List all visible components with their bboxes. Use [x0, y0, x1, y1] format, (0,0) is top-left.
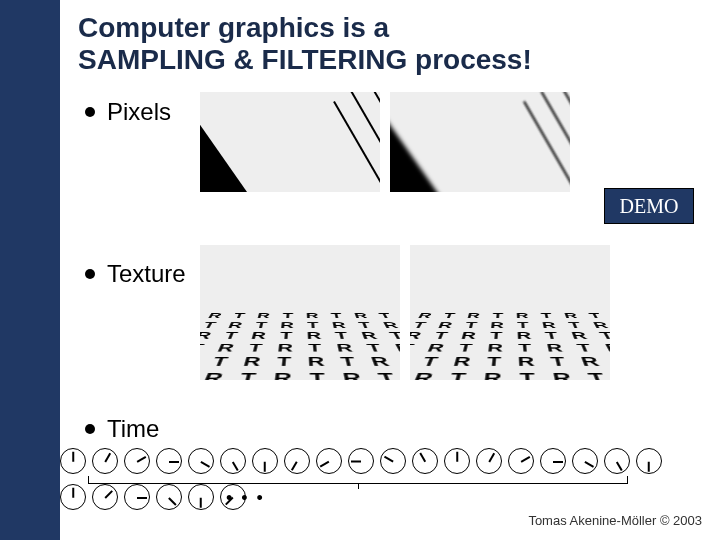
clock-icon [412, 448, 438, 474]
texture-image-filtered: RTRTRTRTTRTRTRTRRTRTRTRTTRTRTRTRRTRTRTRT… [410, 245, 610, 380]
bullet-dot-icon [85, 107, 95, 117]
texture-image-aliased: RTRTRTRTTRTRTRTRRTRTRTRTTRTRTRTRRTRTRTRT… [200, 245, 400, 380]
bullet-texture: Texture [85, 260, 186, 288]
bullet-dot-icon [85, 269, 95, 279]
clock-icon [156, 484, 182, 510]
clock-icon [156, 448, 182, 474]
bullet-texture-label: Texture [107, 260, 186, 288]
demo-button-label: DEMO [620, 195, 679, 218]
clock-icon [284, 448, 310, 474]
time-bracket [88, 476, 628, 484]
clock-icon [604, 448, 630, 474]
clock-icon [220, 448, 246, 474]
footer-credit: Tomas Akenine-Möller © 2003 [528, 513, 702, 528]
clock-icon [316, 448, 342, 474]
clock-icon [380, 448, 406, 474]
clock-icon [124, 484, 150, 510]
bullet-time: Time [85, 415, 159, 443]
texture-grid: RTRTRTRTTRTRTRTRRTRTRTRTTRTRTRTRRTRTRTRT… [410, 312, 610, 380]
clock-icon [188, 448, 214, 474]
clock-icon [508, 448, 534, 474]
bullet-pixels: Pixels [85, 98, 171, 126]
clock-icon [124, 448, 150, 474]
clock-icon [92, 484, 118, 510]
clock-icon [60, 448, 86, 474]
clock-icon [444, 448, 470, 474]
bullet-pixels-label: Pixels [107, 98, 171, 126]
clock-icon [476, 448, 502, 474]
clock-icon [572, 448, 598, 474]
clock-icon [540, 448, 566, 474]
ellipsis: • • • [226, 488, 265, 509]
pixels-image-aliased [200, 92, 380, 192]
clock-icon [348, 448, 374, 474]
clock-icon [188, 484, 214, 510]
title-line-2: SAMPLING & FILTERING process! [78, 44, 532, 75]
title-line-1: Computer graphics is a [78, 12, 389, 43]
clock-icon [92, 448, 118, 474]
bullet-dot-icon [85, 424, 95, 434]
bullet-time-label: Time [107, 415, 159, 443]
clock-icon [252, 448, 278, 474]
clock-icon [636, 448, 662, 474]
pixels-image-antialiased [390, 92, 570, 192]
slide-title: Computer graphics is a SAMPLING & FILTER… [78, 12, 532, 76]
demo-button[interactable]: DEMO [604, 188, 694, 224]
clock-icon [60, 484, 86, 510]
texture-grid: RTRTRTRTTRTRTRTRRTRTRTRTTRTRTRTRRTRTRTRT… [200, 312, 400, 380]
